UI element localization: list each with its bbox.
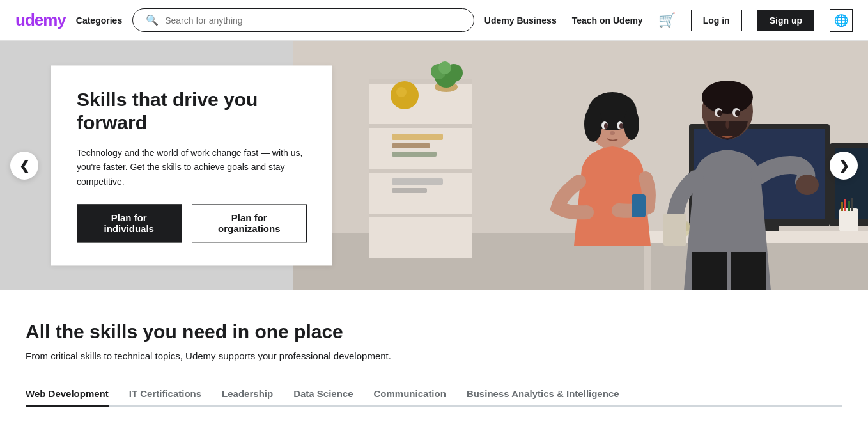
skills-tabs: Web DevelopmentIT CertificationsLeadersh… bbox=[26, 382, 842, 407]
hero-card: Skills that drive you forward Technology… bbox=[51, 65, 332, 265]
search-icon: 🔍 bbox=[146, 14, 159, 26]
svg-rect-7 bbox=[369, 214, 472, 217]
logo-text: udemy bbox=[15, 10, 66, 30]
svg-point-44 bbox=[796, 175, 819, 195]
svg-rect-51 bbox=[731, 252, 766, 290]
nav-categories[interactable]: Categories bbox=[76, 15, 122, 26]
svg-rect-6 bbox=[369, 169, 472, 173]
svg-point-43 bbox=[702, 81, 753, 114]
hero-subtitle: Technology and the world of work change … bbox=[77, 146, 307, 189]
tab-web-development[interactable]: Web Development bbox=[26, 382, 109, 407]
hero-section: Skills that drive you forward Technology… bbox=[0, 41, 868, 290]
svg-point-14 bbox=[396, 87, 407, 97]
login-button[interactable]: Log in bbox=[691, 10, 742, 31]
tab-leadership[interactable]: Leadership bbox=[222, 382, 273, 407]
svg-rect-29 bbox=[844, 199, 846, 211]
svg-rect-36 bbox=[632, 194, 646, 217]
tab-data-science[interactable]: Data Science bbox=[293, 382, 353, 407]
svg-rect-52 bbox=[392, 134, 443, 140]
svg-rect-31 bbox=[851, 198, 853, 211]
svg-point-40 bbox=[619, 123, 623, 129]
udemy-business-link[interactable]: Udemy Business bbox=[484, 15, 557, 26]
logo[interactable]: udemy bbox=[15, 10, 66, 30]
svg-point-34 bbox=[584, 106, 602, 142]
cart-icon[interactable]: 🛒 bbox=[658, 12, 676, 29]
tab-business-analytics--intelligence[interactable]: Business Analytics & Intelligence bbox=[467, 382, 619, 407]
hero-title: Skills that drive you forward bbox=[77, 88, 307, 134]
search-bar: 🔍 bbox=[132, 8, 474, 32]
skills-subtitle: From critical skills to technical topics… bbox=[26, 350, 842, 361]
svg-rect-27 bbox=[839, 208, 858, 231]
hero-illustration bbox=[293, 41, 868, 290]
svg-rect-50 bbox=[692, 252, 727, 290]
carousel-next-button[interactable]: ❯ bbox=[830, 152, 858, 180]
svg-rect-54 bbox=[392, 152, 437, 157]
plan-individuals-button[interactable]: Plan for individuals bbox=[77, 205, 182, 243]
teach-link[interactable]: Teach on Udemy bbox=[572, 15, 643, 26]
header: udemy Categories 🔍 Udemy Business Teach … bbox=[0, 0, 868, 41]
skills-title: All the skills you need in one place bbox=[26, 321, 842, 343]
svg-point-49 bbox=[735, 110, 740, 116]
globe-icon: 🌐 bbox=[834, 13, 848, 27]
svg-rect-55 bbox=[392, 178, 443, 185]
signup-button[interactable]: Sign up bbox=[757, 10, 814, 31]
svg-point-39 bbox=[604, 123, 608, 129]
svg-rect-5 bbox=[369, 124, 472, 128]
tab-communication[interactable]: Communication bbox=[374, 382, 446, 407]
svg-rect-28 bbox=[841, 202, 843, 211]
plan-organizations-button[interactable]: Plan for organizations bbox=[192, 205, 307, 243]
svg-point-35 bbox=[624, 108, 639, 140]
svg-point-41 bbox=[610, 131, 615, 135]
svg-rect-23 bbox=[644, 243, 651, 290]
tab-it-certifications[interactable]: IT Certifications bbox=[129, 382, 201, 407]
hero-buttons: Plan for individuals Plan for organizati… bbox=[77, 205, 307, 243]
svg-point-12 bbox=[438, 61, 451, 74]
svg-rect-53 bbox=[392, 143, 430, 148]
svg-point-48 bbox=[717, 110, 722, 116]
skills-section: All the skills you need in one place Fro… bbox=[0, 290, 868, 422]
language-button[interactable]: 🌐 bbox=[830, 9, 853, 32]
header-right: Udemy Business Teach on Udemy 🛒 Log in S… bbox=[484, 9, 853, 32]
svg-rect-56 bbox=[392, 188, 427, 193]
svg-rect-30 bbox=[848, 201, 850, 211]
search-input[interactable] bbox=[165, 15, 461, 26]
svg-rect-45 bbox=[663, 214, 686, 246]
carousel-prev-button[interactable]: ❮ bbox=[10, 152, 38, 180]
